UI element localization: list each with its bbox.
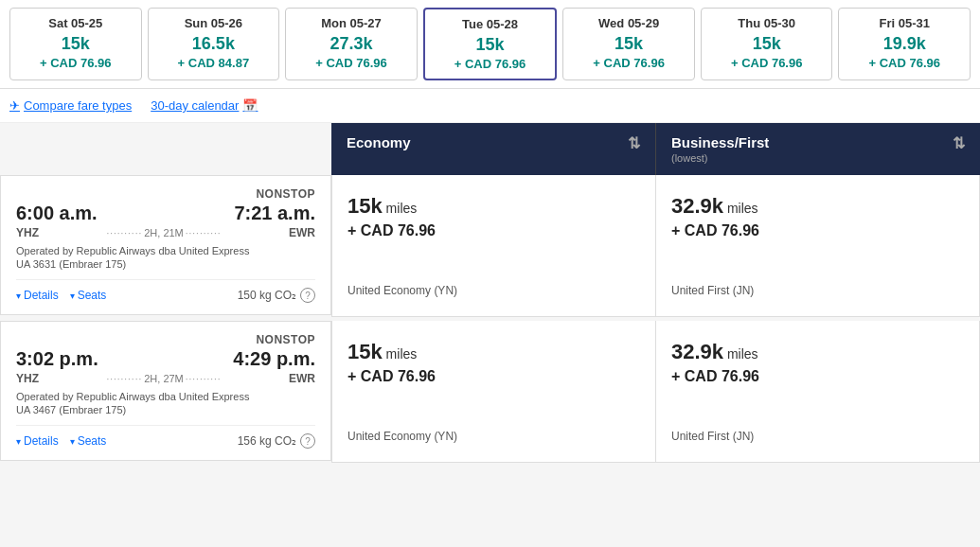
business-miles-display: 32.9k miles	[671, 194, 964, 219]
calendar-icon: 📅	[242, 98, 258, 113]
economy-sort-icon[interactable]: ⇅	[628, 134, 640, 152]
operated-by: Operated by Republic Airways dba United …	[16, 391, 315, 402]
economy-column-header: Economy ⇅	[331, 123, 655, 175]
economy-header-label: Economy	[347, 134, 411, 150]
business-fare-cell[interactable]: 32.9k miles + CAD 76.96 United First (JN…	[656, 321, 980, 463]
route-row: YHZ ·········· 2H, 21M ·········· EWR	[16, 226, 315, 239]
plane-icon: ✈	[9, 98, 20, 113]
compare-fare-label: Compare fare types	[24, 98, 132, 113]
business-price: + CAD 76.96	[671, 222, 964, 239]
economy-fare-cell[interactable]: 15k miles + CAD 76.96 United Economy (YN…	[331, 175, 656, 317]
date-card-thu-0530[interactable]: Thu 05-30 15k + CAD 76.96	[701, 8, 833, 80]
flight-row-2: NONSTOP 3:02 p.m. 4:29 p.m. YHZ ········…	[0, 321, 980, 463]
date-price: + CAD 76.96	[711, 56, 823, 70]
economy-miles-display: 15k miles	[347, 194, 640, 219]
date-miles: 15k	[20, 34, 132, 54]
business-price: + CAD 76.96	[671, 368, 964, 385]
economy-fare-cell[interactable]: 15k miles + CAD 76.96 United Economy (YN…	[331, 321, 656, 463]
chevron-down-icon: ▾	[70, 291, 75, 301]
flight-rows-container: NONSTOP 6:00 a.m. 7:21 a.m. YHZ ········…	[0, 175, 980, 463]
economy-miles-display: 15k miles	[347, 340, 640, 364]
flight-card: NONSTOP 6:00 a.m. 7:21 a.m. YHZ ········…	[0, 175, 331, 315]
business-column-header: Business/First (lowest) ⇅	[655, 123, 980, 175]
date-price: + CAD 76.96	[848, 56, 960, 70]
date-price: + CAD 76.96	[295, 56, 407, 70]
flight-footer: ▾ Details ▾ Seats 150 kg CO₂ ?	[16, 279, 315, 303]
date-price: + CAD 76.96	[435, 57, 546, 71]
business-miles-display: 32.9k miles	[671, 340, 964, 364]
details-link[interactable]: ▾ Details	[16, 434, 59, 448]
column-headers: Economy ⇅ Business/First (lowest) ⇅	[331, 123, 980, 175]
business-miles-value: 32.9k	[671, 194, 723, 218]
depart-time: 3:02 p.m.	[16, 348, 98, 370]
chevron-down-icon: ▾	[70, 436, 75, 447]
origin-airport: YHZ	[16, 226, 39, 239]
nonstop-badge: NONSTOP	[16, 333, 315, 346]
co2-info: 150 kg CO₂ ?	[238, 288, 315, 303]
flight-footer: ▾ Details ▾ Seats 156 kg CO₂ ?	[16, 425, 315, 449]
co2-info: 156 kg CO₂ ?	[238, 433, 315, 449]
business-miles-value: 32.9k	[671, 340, 723, 363]
economy-cabin: United Economy (YN)	[347, 273, 640, 297]
date-card-sun-0526[interactable]: Sun 05-26 16.5k + CAD 84.87	[148, 8, 280, 80]
business-miles-unit: miles	[723, 201, 758, 216]
economy-miles-value: 15k	[347, 340, 383, 363]
date-card-sat-0525[interactable]: Sat 05-25 15k + CAD 76.96	[9, 8, 142, 80]
business-miles-unit: miles	[723, 346, 758, 362]
footer-links: ▾ Details ▾ Seats	[16, 434, 106, 448]
business-header-label: Business/First	[671, 134, 769, 150]
calendar-link[interactable]: 30-day calendar 📅	[151, 98, 258, 113]
date-card-wed-0529[interactable]: Wed 05-29 15k + CAD 76.96	[562, 8, 695, 80]
business-sort-icon[interactable]: ⇅	[953, 134, 965, 152]
seats-link[interactable]: ▾ Seats	[70, 434, 107, 448]
details-link[interactable]: ▾ Details	[16, 289, 59, 302]
date-price: + CAD 76.96	[20, 56, 132, 70]
date-label: Sat 05-25	[20, 16, 132, 30]
operated-by: Operated by Republic Airways dba United …	[16, 245, 315, 256]
flight-times: 3:02 p.m. 4:29 p.m.	[16, 348, 315, 370]
dest-airport: EWR	[289, 226, 315, 239]
date-miles: 27.3k	[295, 34, 407, 54]
date-price: + CAD 84.87	[158, 56, 270, 70]
flight-duration: ·········· 2H, 27M ··········	[39, 373, 289, 384]
date-card-mon-0527[interactable]: Mon 05-27 27.3k + CAD 76.96	[285, 8, 418, 80]
date-label: Wed 05-29	[573, 16, 685, 30]
chevron-down-icon: ▾	[16, 291, 21, 301]
equipment: UA 3631 (Embraer 175)	[16, 258, 315, 270]
arrive-time: 4:29 p.m.	[233, 348, 315, 370]
economy-miles-value: 15k	[347, 194, 383, 218]
compare-fare-types-link[interactable]: ✈ Compare fare types	[9, 98, 132, 113]
flight-times: 6:00 a.m. 7:21 a.m.	[16, 203, 315, 224]
date-card-fri-0531[interactable]: Fri 05-31 19.9k + CAD 76.96	[838, 8, 971, 80]
business-cabin: United First (JN)	[671, 273, 964, 297]
economy-cabin: United Economy (YN)	[347, 418, 640, 443]
business-header-sub: (lowest)	[671, 152, 769, 164]
flight-card: NONSTOP 3:02 p.m. 4:29 p.m. YHZ ········…	[0, 321, 331, 461]
arrive-time: 7:21 a.m.	[234, 203, 315, 224]
filter-row: ✈ Compare fare types 30-day calendar 📅	[0, 89, 980, 123]
date-label: Thu 05-30	[711, 16, 823, 30]
date-label: Mon 05-27	[295, 16, 407, 30]
economy-miles-unit: miles	[383, 201, 418, 216]
date-miles: 15k	[573, 34, 685, 54]
seats-link[interactable]: ▾ Seats	[70, 289, 107, 302]
flight-row-1: NONSTOP 6:00 a.m. 7:21 a.m. YHZ ········…	[0, 175, 980, 317]
co2-help-icon[interactable]: ?	[300, 288, 315, 303]
economy-price: + CAD 76.96	[347, 222, 640, 239]
depart-time: 6:00 a.m.	[16, 203, 98, 224]
nonstop-badge: NONSTOP	[16, 187, 315, 201]
date-selector-row: Sat 05-25 15k + CAD 76.96 Sun 05-26 16.5…	[0, 0, 980, 89]
date-label: Tue 05-28	[435, 17, 546, 31]
co2-help-icon[interactable]: ?	[300, 433, 315, 449]
co2-value: 156 kg CO₂	[238, 434, 296, 448]
date-card-tue-0528[interactable]: Tue 05-28 15k + CAD 76.96	[423, 8, 558, 80]
date-miles: 15k	[435, 35, 546, 55]
flight-duration: ·········· 2H, 21M ··········	[39, 227, 289, 238]
date-price: + CAD 76.96	[573, 56, 685, 70]
date-miles: 16.5k	[158, 34, 270, 54]
calendar-label: 30-day calendar	[151, 98, 239, 113]
chevron-down-icon: ▾	[16, 436, 21, 447]
route-row: YHZ ·········· 2H, 27M ·········· EWR	[16, 372, 315, 385]
business-fare-cell[interactable]: 32.9k miles + CAD 76.96 United First (JN…	[656, 175, 980, 317]
date-label: Sun 05-26	[158, 16, 270, 30]
